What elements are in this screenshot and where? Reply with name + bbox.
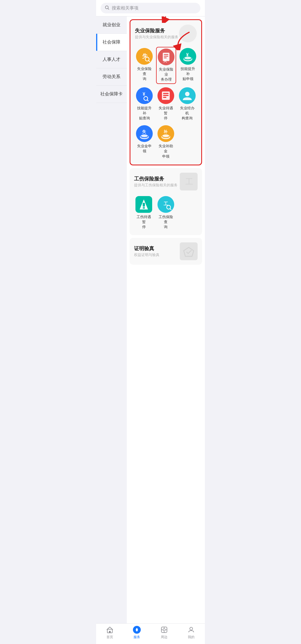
apply-fund-label: 失业金申领: [136, 144, 153, 154]
nav-mine-label: 我的: [188, 635, 195, 640]
sidebar-item-card[interactable]: 社会保障卡: [96, 86, 127, 103]
unemployment-title-block: 失业保险服务 提供与失业保险相关的服务: [135, 27, 178, 40]
unemployment-query-icon: 失: [136, 48, 153, 65]
svg-point-34: [141, 134, 148, 137]
injury-query-icon: 工: [157, 196, 174, 213]
svg-rect-54: [109, 631, 111, 633]
content-area: 失业保险服务 提供与失业保险相关的服务 失 失业保险查询: [127, 16, 205, 623]
svg-text:失: 失: [163, 59, 167, 63]
unemployment-title: 失业保险服务: [135, 27, 178, 34]
nav-nearby-label: 周边: [161, 635, 168, 640]
search-icon: [105, 5, 110, 11]
svg-text:补: 补: [163, 129, 168, 134]
bottom-nav: 首页 服务 周边: [96, 623, 205, 644]
svg-rect-25: [163, 93, 169, 94]
verify-section: 证明验真 权益证明与验真: [130, 238, 202, 265]
verify-title-block: 证明验真 权益证明与验真: [134, 245, 159, 257]
injury-subtitle: 提供与工伤保险相关的服务: [134, 183, 178, 188]
apply-aid-icon: 补: [157, 125, 174, 142]
unemployment-header: 失业保险服务 提供与失业保险相关的服务: [135, 25, 197, 42]
unemployment-handle-label: 失业保险业务办理: [158, 67, 174, 82]
svg-rect-11: [164, 57, 167, 58]
icon-injury-query[interactable]: 工 工伤保险查询: [156, 195, 176, 231]
org-query-label: 失业经办机构查询: [179, 106, 196, 121]
unemployment-query-label: 失业保险查询: [136, 66, 153, 82]
search-bar: 搜索相关事项: [96, 0, 205, 16]
suspend-icon: [157, 87, 174, 104]
bottom-spacer: [127, 267, 205, 273]
icon-unemployment-query[interactable]: 失 失业保险查询: [135, 47, 154, 84]
injury-title-block: 工伤保险服务 提供与工伤保险相关的服务: [134, 175, 178, 188]
search-input-wrap[interactable]: 搜索相关事项: [101, 3, 200, 13]
svg-rect-45: [143, 207, 145, 209]
home-icon: [106, 626, 114, 634]
nearby-icon: [160, 626, 168, 634]
nav-service[interactable]: 服务: [123, 626, 151, 640]
row3-placeholder: [178, 124, 197, 160]
svg-rect-10: [164, 56, 168, 57]
injury-title: 工伤保险服务: [134, 175, 178, 182]
unemployment-section: 失业保险服务 提供与失业保险相关的服务 失 失业保险查询: [130, 19, 202, 165]
verify-title: 证明验真: [134, 245, 159, 252]
sidebar: 就业创业 社会保障 人事人才 劳动关系 社会保障卡: [96, 16, 127, 623]
service-icon: [133, 626, 141, 634]
sidebar-item-social[interactable]: 社会保障: [96, 34, 127, 51]
unemployment-icons-row2: ¥ 技能提升补贴查询 失业待遇: [135, 86, 197, 122]
injury-icon-placeholder: 工: [180, 173, 198, 190]
svg-point-62: [190, 627, 193, 630]
injury-query-label: 工伤保险查询: [157, 214, 175, 230]
svg-point-29: [185, 92, 190, 96]
injury-suspend-label: 工伤待遇暂停: [135, 214, 153, 230]
unemployment-icons-row3: 失 失业金申领 补 失业补助金申: [135, 124, 197, 160]
sidebar-item-employment[interactable]: 就业创业: [96, 16, 127, 34]
icon-skill-query[interactable]: ¥ 技能提升补贴查询: [135, 86, 154, 122]
injury-icons: 工伤待遇暂停 工 工伤保险查询: [134, 195, 198, 231]
injury-placeholder-icon: 工: [180, 173, 198, 190]
unemployment-icon-placeholder: [179, 25, 197, 42]
icon-skill-grant[interactable]: ¥ 技能提升补贴申领: [178, 47, 197, 84]
svg-rect-27: [163, 97, 166, 98]
icon-apply-aid[interactable]: 补 失业补助金申领: [156, 124, 176, 160]
nav-service-label: 服务: [133, 635, 140, 640]
apply-fund-icon: 失: [136, 125, 153, 142]
svg-text:¥: ¥: [186, 52, 189, 57]
skill-grant-label: 技能提升补贴申领: [179, 66, 196, 82]
verify-icon-placeholder: [180, 242, 198, 260]
svg-point-17: [185, 57, 191, 59]
unemployment-subtitle: 提供与失业保险相关的服务: [135, 35, 178, 40]
apply-aid-label: 失业补助金申领: [157, 144, 174, 159]
svg-point-57: [163, 629, 165, 631]
icon-injury-suspend[interactable]: 工伤待遇暂停: [134, 195, 154, 231]
icon-suspend[interactable]: 失业待遇暂停: [156, 86, 176, 122]
arrow1-annotation: [147, 16, 175, 23]
verify-header: 证明验真 权益证明与验真: [134, 242, 198, 260]
icon-unemployment-handle[interactable]: 失 失业保险业务办理: [156, 47, 176, 84]
nav-mine[interactable]: 我的: [178, 626, 205, 640]
mine-icon: [187, 626, 195, 634]
injury-section: 工伤保险服务 提供与工伤保险相关的服务 工: [130, 168, 202, 235]
org-query-icon: [179, 87, 196, 104]
sidebar-item-hr[interactable]: 人事人才: [96, 51, 127, 68]
icon-org-query[interactable]: 失业经办机构查询: [178, 86, 197, 122]
nav-nearby[interactable]: 周边: [151, 626, 178, 640]
svg-rect-26: [163, 95, 169, 96]
svg-rect-51: [180, 242, 198, 260]
unemployment-icons-row1: 失 失业保险查询: [135, 47, 197, 84]
svg-text:工: 工: [185, 177, 193, 186]
unemployment-handle-icon: 失: [158, 49, 174, 65]
svg-point-39: [162, 134, 169, 137]
icon-apply-fund[interactable]: 失 失业金申领: [135, 124, 154, 160]
verify-subtitle: 权益证明与验真: [134, 252, 159, 257]
skill-query-icon: ¥: [136, 87, 153, 104]
verify-placeholder-icon: [180, 242, 198, 260]
skill-grant-icon: ¥: [179, 48, 196, 65]
injury-row-placeholder: [178, 195, 198, 231]
injury-header: 工伤保险服务 提供与工伤保险相关的服务 工: [134, 173, 198, 190]
suspend-label: 失业待遇暂停: [157, 106, 174, 121]
nav-home-label: 首页: [106, 635, 113, 640]
search-placeholder: 搜索相关事项: [112, 5, 139, 11]
nav-home[interactable]: 首页: [96, 626, 123, 640]
sidebar-item-labor[interactable]: 劳动关系: [96, 68, 127, 86]
svg-rect-9: [164, 54, 168, 55]
svg-rect-44: [143, 203, 145, 207]
